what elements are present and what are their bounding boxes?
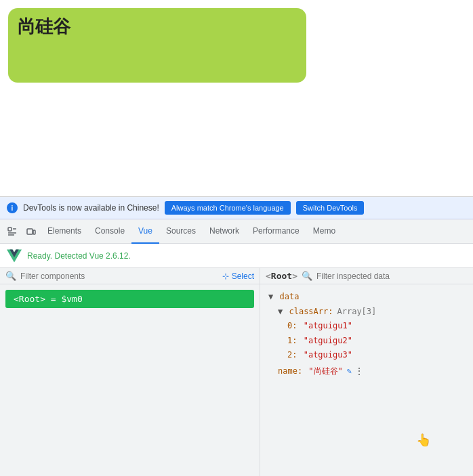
device-toggle-icon[interactable] [22,222,41,241]
right-filter-bar: <Root> 🔍 [260,268,473,284]
edit-icon[interactable]: ✎ [347,364,352,379]
tab-memo[interactable]: Memo [306,219,342,244]
green-box-text: 尚硅谷 [18,15,70,39]
data-root-line: ▼ data [268,290,465,305]
right-search-icon: 🔍 [302,271,312,281]
right-panel: <Root> 🔍 ▼ data ▼ classArr: Array[3] 0: … [260,268,473,476]
vue-header: Ready. Detected Vue 2.6.12. [0,244,473,268]
index-1: 1: [287,334,297,349]
more-icon[interactable]: ⋮ [354,363,364,380]
devtools-panel: i DevTools is now available in Chinese! … [0,196,473,476]
value-2: "atguigu3" [298,348,352,363]
tab-performance[interactable]: Performance [246,219,306,244]
name-value: "尚硅谷" [304,364,343,379]
data-toggle[interactable]: ▼ [268,290,273,305]
index-2: 2: [287,348,297,363]
data-key: data [274,290,299,305]
classarr-type: Array[3] [337,305,376,320]
info-message: DevTools is now available in Chinese! [23,203,159,213]
tab-vue[interactable]: Vue [131,219,159,244]
filter-components-input[interactable] [20,272,218,281]
panel-split: 🔍 ⊹ Select <Root> = $vm0 <Root> 🔍 [0,268,473,476]
classarr-toggle[interactable]: ▼ [278,305,283,320]
info-bar: i DevTools is now available in Chinese! … [0,197,473,219]
root-label: <Root> [266,271,297,281]
search-icon: 🔍 [5,271,16,281]
inspect-element-icon[interactable] [3,222,22,241]
tab-sources[interactable]: Sources [159,219,203,244]
classarr-item-1: 1: "atguigu2" [268,334,465,349]
tab-elements[interactable]: Elements [41,219,88,244]
svg-rect-0 [8,228,12,231]
info-icon: i [7,202,18,213]
main-page: 尚硅谷 [0,0,473,196]
left-panel: 🔍 ⊹ Select <Root> = $vm0 [0,268,260,476]
match-language-button[interactable]: Always match Chrome's language [165,201,291,215]
classarr-item-0: 0: "atguigu1" [268,319,465,334]
classarr-item-2: 2: "atguigu3" [268,348,465,363]
data-tree: ▼ data ▼ classArr: Array[3] 0: "atguigu1… [260,284,473,385]
vue-ready-text: Ready. Detected Vue 2.6.12. [27,251,131,261]
name-key: name: [278,364,302,379]
select-button[interactable]: ⊹ Select [222,272,254,281]
classarr-line: ▼ classArr: Array[3] [268,305,465,320]
tabs-bar: Elements Console Vue Sources Network Per… [0,219,473,244]
svg-rect-5 [33,230,35,234]
classarr-key: classArr: [284,305,333,320]
index-0: 0: [287,319,297,334]
root-component-item[interactable]: <Root> = $vm0 [5,290,254,308]
filter-inspected-data-input[interactable] [316,272,468,281]
name-line: name: "尚硅谷" ✎ ⋮ [268,363,465,380]
svg-rect-4 [27,229,33,234]
select-cursor-icon: ⊹ [222,272,229,281]
vue-logo-icon [7,248,22,263]
value-0: "atguigu1" [298,319,352,334]
tab-console[interactable]: Console [88,219,131,244]
left-filter-bar: 🔍 ⊹ Select [0,268,260,284]
green-box: 尚硅谷 [8,8,306,83]
tab-network[interactable]: Network [203,219,246,244]
switch-devtools-button[interactable]: Switch DevTools [296,201,365,215]
value-1: "atguigu2" [298,334,352,349]
